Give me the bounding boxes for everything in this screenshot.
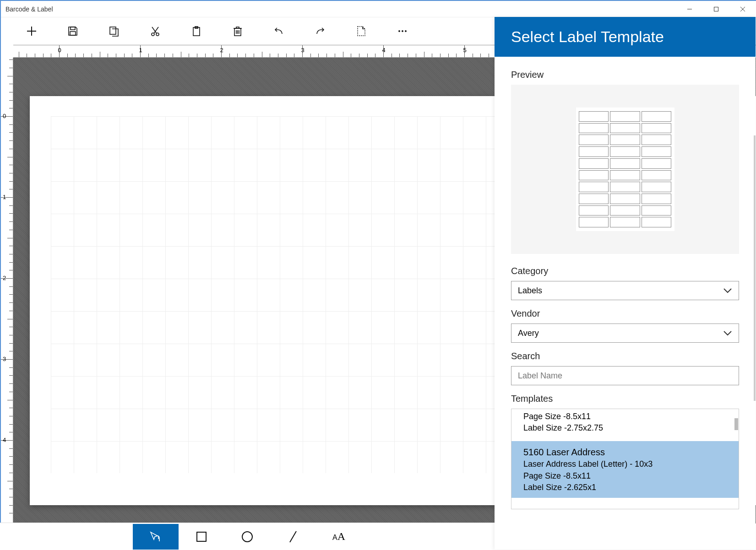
panel-title: Select Label Template: [495, 17, 756, 57]
svg-point-21: [402, 31, 403, 32]
svg-rect-8: [110, 27, 116, 34]
new-doc-button[interactable]: [341, 17, 382, 45]
preview-box: [511, 85, 739, 254]
svg-point-20: [399, 31, 400, 32]
template-name: 5160 Laser Address: [523, 446, 727, 458]
panel-scrollbar[interactable]: [754, 135, 756, 401]
template-desc: Laser Address Label (Letter) - 10x3: [523, 458, 727, 470]
template-label-size: Label Size -2.625x1: [523, 482, 727, 493]
redo-button[interactable]: [299, 17, 341, 45]
maximize-button[interactable]: [703, 1, 729, 17]
pointer-tool[interactable]: [133, 524, 179, 550]
search-input[interactable]: [511, 366, 739, 385]
new-button[interactable]: [11, 17, 52, 45]
chevron-down-icon: [723, 330, 732, 336]
svg-rect-1: [714, 7, 718, 11]
preview-label: Preview: [511, 70, 739, 80]
category-label: Category: [511, 266, 739, 276]
template-label-size: Label Size -2.75x2.75: [523, 422, 727, 434]
template-page: Page Size -8.5x11: [523, 411, 727, 422]
more-button[interactable]: [382, 17, 423, 45]
save-button[interactable]: [52, 17, 93, 45]
preview-sheet: [576, 108, 674, 231]
template-page: Page Size -8.5x11: [523, 470, 727, 482]
paste-button[interactable]: [176, 17, 217, 45]
category-select[interactable]: Labels: [511, 281, 739, 300]
text-tool[interactable]: AA: [316, 524, 362, 550]
delete-button[interactable]: [217, 17, 258, 45]
svg-point-24: [242, 532, 252, 542]
template-panel: Select Label Template Preview Category L…: [495, 17, 756, 550]
svg-line-25: [290, 531, 296, 542]
window-title: Barcode & Label: [5, 5, 53, 13]
vertical-ruler: 01234: [1, 58, 13, 523]
close-button[interactable]: [729, 1, 756, 17]
template-item-selected[interactable]: 5160 Laser Address Laser Address Label (…: [511, 441, 739, 498]
svg-point-22: [405, 31, 407, 32]
template-item[interactable]: Page Size -8.5x11 Label Size -2.75x2.75: [511, 409, 739, 436]
window-controls: [676, 1, 756, 17]
titlebar: Barcode & Label: [1, 1, 756, 17]
search-label: Search: [511, 351, 739, 361]
category-value: Labels: [518, 286, 542, 296]
svg-rect-7: [70, 32, 76, 35]
svg-rect-6: [71, 27, 75, 30]
templates-label: Templates: [511, 394, 739, 404]
bottom-toolbar: AA: [0, 523, 495, 550]
circle-tool[interactable]: [224, 524, 270, 550]
vendor-label: Vendor: [511, 308, 739, 319]
undo-button[interactable]: [258, 17, 299, 45]
copy-button[interactable]: [93, 17, 135, 45]
template-list[interactable]: Page Size -8.5x11 Label Size -2.75x2.75 …: [511, 409, 739, 509]
label-grid: [51, 116, 509, 473]
line-tool[interactable]: [270, 524, 316, 550]
vendor-value: Avery: [518, 329, 539, 338]
chevron-down-icon: [723, 288, 732, 293]
cut-button[interactable]: [135, 17, 176, 45]
minimize-button[interactable]: [676, 1, 703, 17]
svg-rect-23: [197, 532, 206, 541]
rectangle-tool[interactable]: [179, 524, 224, 550]
vendor-select[interactable]: Avery: [511, 324, 739, 343]
list-scrollbar[interactable]: [734, 418, 738, 430]
